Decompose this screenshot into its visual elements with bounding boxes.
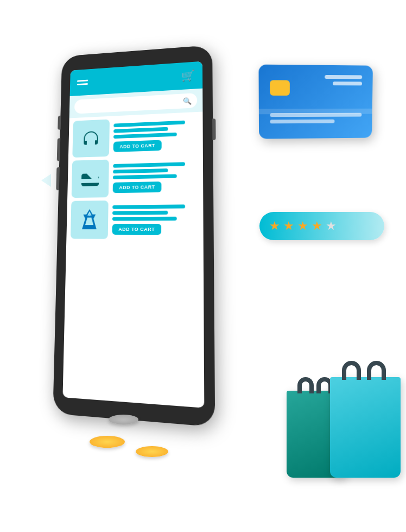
menu-line-1	[77, 80, 88, 82]
phone-screen: 🛒 🔍	[62, 61, 204, 408]
product-line-2	[113, 127, 168, 133]
search-input[interactable]: 🔍	[74, 93, 197, 114]
card-chip	[270, 80, 290, 96]
scene: 🛒 🔍	[0, 0, 406, 532]
phone-button-right	[212, 118, 216, 140]
product-details-dress: ADD TO CART	[112, 204, 199, 235]
product-line-1	[112, 204, 185, 209]
credit-card	[258, 65, 372, 139]
rating-badge: ★ ★ ★ ★ ★	[259, 212, 384, 240]
star-2: ★	[283, 219, 294, 233]
dress-icon	[80, 208, 99, 231]
add-to-cart-button-shoe[interactable]: ADD TO CART	[113, 181, 162, 193]
card-line-1	[325, 75, 362, 79]
product-line-2	[113, 168, 168, 173]
card-bottom-line-2	[270, 120, 334, 124]
star-3: ★	[297, 219, 308, 233]
product-image-dress	[71, 201, 109, 239]
card-bottom-lines	[270, 113, 361, 124]
add-to-cart-button-dress[interactable]: ADD TO CART	[112, 223, 162, 234]
product-item-dress: ADD TO CART	[71, 199, 199, 240]
star-4: ★	[312, 219, 322, 233]
decorative-arrow-left	[41, 174, 51, 187]
star-5-empty: ★	[326, 219, 337, 233]
menu-icon	[77, 80, 88, 85]
bag-handle-green-left	[297, 377, 314, 393]
phone-button-left-1	[58, 116, 61, 130]
product-item-shoe: ADD TO CART	[72, 157, 199, 198]
bag-group	[265, 358, 390, 478]
star-1: ★	[269, 219, 280, 233]
product-line-2	[112, 210, 168, 215]
card-bottom-line-1	[270, 113, 361, 117]
product-line-1	[113, 120, 185, 127]
coin-gold-2	[136, 446, 168, 457]
phone-button-left-3	[56, 167, 60, 191]
product-image-shoe	[72, 160, 109, 198]
product-list: ADD TO CART ADD TO CART	[66, 111, 203, 242]
product-line-3	[112, 216, 176, 220]
shoe-icon	[79, 169, 101, 188]
card-line-2	[333, 82, 362, 85]
search-icon: 🔍	[183, 97, 192, 105]
bag-handle-teal-left	[342, 361, 361, 380]
product-item-headphones: ADD TO CART	[72, 115, 198, 158]
headphones-icon	[80, 128, 101, 149]
product-line-3	[113, 132, 176, 138]
product-details-headphones: ADD TO CART	[113, 120, 199, 152]
coin-gold-1	[90, 436, 125, 448]
bag-handle-teal-right	[367, 361, 386, 380]
product-details-shoe: ADD TO CART	[113, 161, 199, 193]
card-lines	[325, 75, 362, 85]
add-to-cart-button-headphones[interactable]: ADD TO CART	[113, 140, 162, 152]
product-line-1	[113, 162, 185, 167]
product-line-3	[113, 174, 176, 179]
product-image-headphones	[72, 119, 110, 157]
menu-line-2	[77, 83, 88, 85]
coin-silver	[109, 415, 138, 424]
phone: 🛒 🔍	[53, 45, 215, 427]
cart-icon[interactable]: 🛒	[181, 69, 195, 83]
phone-button-left-2	[57, 138, 61, 161]
shopping-bag-teal	[330, 377, 401, 478]
